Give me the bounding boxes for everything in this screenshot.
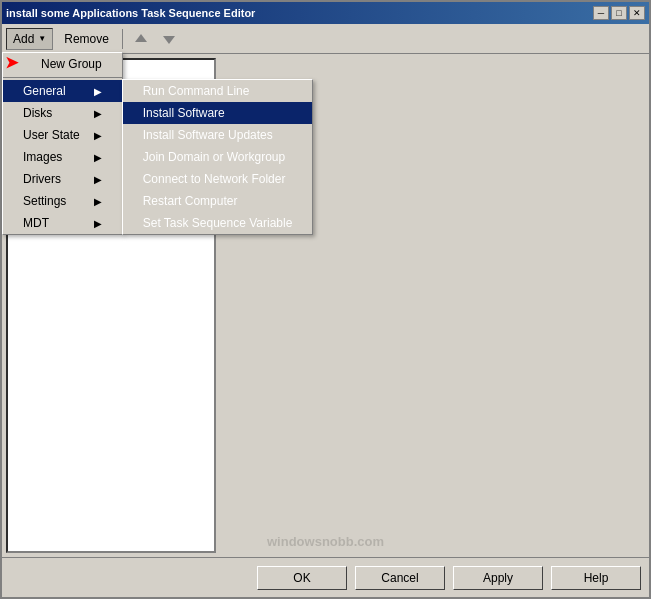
svg-marker-1 <box>163 36 175 44</box>
move-up-button[interactable] <box>129 28 153 50</box>
menu-separator-1 <box>3 77 122 78</box>
images-arrow-icon: ▶ <box>94 152 102 163</box>
apply-button[interactable]: Apply <box>453 566 543 590</box>
general-menu-item[interactable]: General ▶ Run Command Line Install Softw… <box>3 80 122 102</box>
close-button[interactable]: ✕ <box>629 6 645 20</box>
add-button[interactable]: Add ▼ <box>6 28 53 50</box>
restart-computer-label: Restart Computer <box>143 194 238 208</box>
disks-menu-item[interactable]: Disks ▶ <box>3 102 122 124</box>
general-label: General <box>23 84 66 98</box>
new-group-menu-item[interactable]: ➤ New Group <box>3 53 122 75</box>
toolbar-separator <box>122 29 123 49</box>
title-bar-buttons: ─ □ ✕ <box>593 6 645 20</box>
add-dropdown-arrow: ▼ <box>38 34 46 43</box>
svg-marker-0 <box>135 34 147 42</box>
minimize-button[interactable]: ─ <box>593 6 609 20</box>
drivers-label: Drivers <box>23 172 61 186</box>
window-title: install some Applications Task Sequence … <box>6 7 255 19</box>
red-arrow-icon: ➤ <box>5 53 18 72</box>
disks-label: Disks <box>23 106 52 120</box>
drivers-arrow-icon: ▶ <box>94 174 102 185</box>
mdt-label: MDT <box>23 216 49 230</box>
add-dropdown-menu: ➤ New Group General ▶ Run Command Line I… <box>2 52 123 235</box>
remove-button[interactable]: Remove <box>57 28 116 50</box>
move-down-button[interactable] <box>157 28 181 50</box>
general-arrow-icon: ▶ <box>94 86 102 97</box>
mdt-menu-item[interactable]: MDT ▶ <box>3 212 122 234</box>
connect-network-folder-item[interactable]: Connect to Network Folder <box>123 168 313 190</box>
remove-label: Remove <box>64 32 109 46</box>
restore-button[interactable]: □ <box>611 6 627 20</box>
install-software-updates-item[interactable]: Install Software Updates <box>123 124 313 146</box>
ok-button[interactable]: OK <box>257 566 347 590</box>
images-menu-item[interactable]: Images ▶ <box>3 146 122 168</box>
add-label: Add <box>13 32 34 46</box>
toolbar: Add ▼ Remove ➤ New Group General ▶ <box>2 24 649 54</box>
watermark: windowsnobb.com <box>267 534 384 549</box>
user-state-arrow-icon: ▶ <box>94 130 102 141</box>
settings-menu-item[interactable]: Settings ▶ <box>3 190 122 212</box>
user-state-label: User State <box>23 128 80 142</box>
join-domain-label: Join Domain or Workgroup <box>143 150 286 164</box>
main-window: install some Applications Task Sequence … <box>0 0 651 599</box>
set-task-sequence-var-label: Set Task Sequence Variable <box>143 216 293 230</box>
install-software-item[interactable]: Install Software <box>123 102 313 124</box>
images-label: Images <box>23 150 62 164</box>
set-task-sequence-var-item[interactable]: Set Task Sequence Variable <box>123 212 313 234</box>
install-software-updates-label: Install Software Updates <box>143 128 273 142</box>
user-state-menu-item[interactable]: User State ▶ <box>3 124 122 146</box>
settings-label: Settings <box>23 194 66 208</box>
restart-computer-item[interactable]: Restart Computer <box>123 190 313 212</box>
disks-arrow-icon: ▶ <box>94 108 102 119</box>
run-command-line-label: Run Command Line <box>143 84 250 98</box>
help-button[interactable]: Help <box>551 566 641 590</box>
bottom-bar: OK Cancel Apply Help <box>2 557 649 597</box>
join-domain-item[interactable]: Join Domain or Workgroup <box>123 146 313 168</box>
run-command-line-item[interactable]: Run Command Line <box>123 80 313 102</box>
mdt-arrow-icon: ▶ <box>94 218 102 229</box>
install-software-label: Install Software <box>143 106 225 120</box>
cancel-button[interactable]: Cancel <box>355 566 445 590</box>
settings-arrow-icon: ▶ <box>94 196 102 207</box>
general-submenu: Run Command Line Install Software Instal… <box>122 79 314 235</box>
connect-network-folder-label: Connect to Network Folder <box>143 172 286 186</box>
drivers-menu-item[interactable]: Drivers ▶ <box>3 168 122 190</box>
new-group-label: New Group <box>41 57 102 71</box>
title-bar: install some Applications Task Sequence … <box>2 2 649 24</box>
